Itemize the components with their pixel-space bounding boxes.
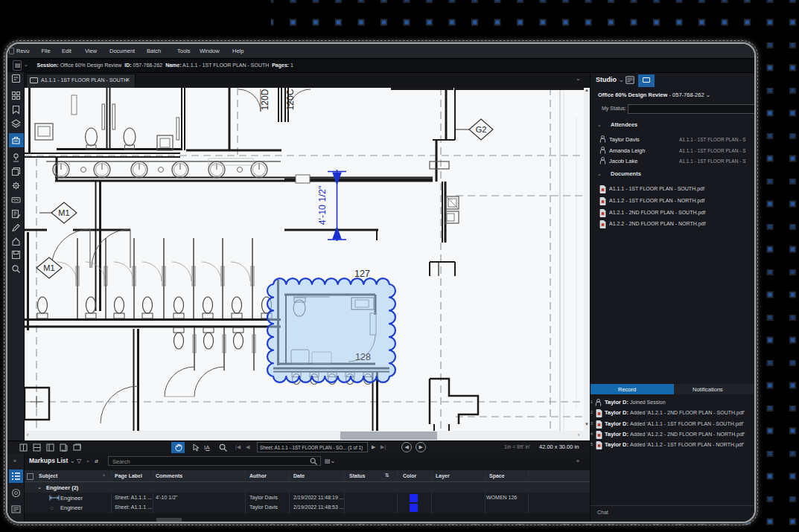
svg-text:G2: G2 bbox=[476, 125, 487, 134]
svg-text:127: 127 bbox=[354, 269, 370, 279]
svg-text:120D: 120D bbox=[260, 89, 270, 110]
svg-text:M1: M1 bbox=[58, 208, 69, 217]
svg-text:120C: 120C bbox=[285, 89, 296, 110]
svg-text:4'-10 1/2": 4'-10 1/2" bbox=[317, 186, 328, 225]
svg-text:M1: M1 bbox=[43, 263, 54, 272]
svg-text:128: 128 bbox=[355, 352, 371, 362]
